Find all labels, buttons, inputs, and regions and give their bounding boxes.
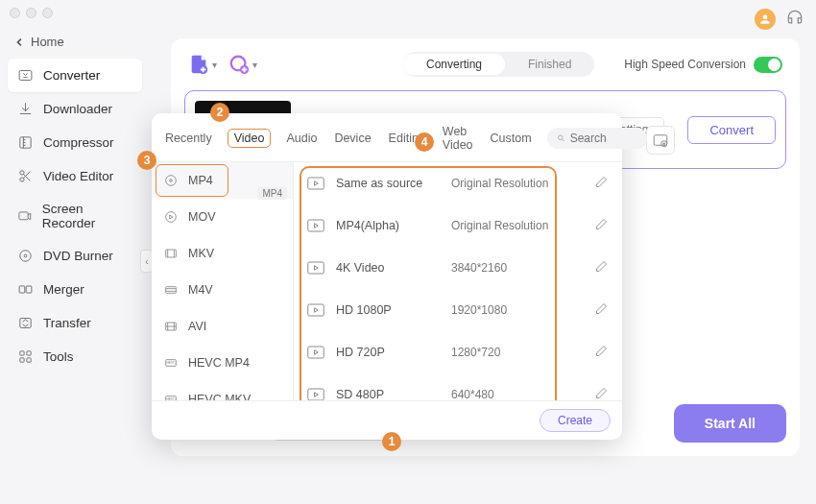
format-list: MP4 MP4 MOV MKV M4V AVI HEVC	[152, 162, 294, 400]
svg-rect-11	[27, 351, 31, 355]
preset-item[interactable]: 4K Video 3840*2160	[294, 247, 622, 289]
sidebar-item-dvd-burner[interactable]: DVD Burner	[8, 239, 142, 273]
format-item-m4v[interactable]: M4V	[152, 272, 293, 308]
format-label: MOV	[188, 210, 215, 224]
svg-point-22	[166, 176, 177, 186]
video-icon	[307, 177, 324, 190]
svg-rect-7	[19, 286, 25, 293]
edit-preset-icon[interactable]	[594, 386, 609, 400]
step-bubble-1: 1	[382, 432, 401, 451]
svg-rect-26	[166, 287, 177, 294]
popup-tab-custom[interactable]: Custom	[489, 130, 534, 147]
preset-name: 4K Video	[336, 261, 451, 275]
add-url-button[interactable]: ▾	[228, 54, 257, 75]
edit-preset-icon[interactable]	[594, 344, 609, 361]
preset-item[interactable]: HD 1080P 1920*1080	[294, 289, 622, 331]
svg-point-6	[24, 254, 27, 257]
edit-preset-icon[interactable]	[594, 301, 609, 319]
preset-resolution: 1280*720	[451, 346, 500, 359]
step-bubble-2: 2	[210, 103, 229, 122]
status-segment: Converting Finished	[403, 52, 594, 77]
search-box[interactable]	[547, 128, 647, 149]
format-label: HEVC MKV	[188, 393, 251, 400]
sidebar-item-label: Merger	[43, 282, 84, 297]
format-popup: Recently Video Audio Device Editing Web …	[152, 113, 622, 440]
popup-tab-device[interactable]: Device	[332, 130, 372, 147]
format-item-hevc-mkv[interactable]: HEVC HEVC MKV	[152, 381, 293, 400]
close-dot[interactable]	[10, 8, 20, 18]
preset-resolution: 3840*2160	[451, 261, 507, 275]
preset-name: HD 1080P	[336, 303, 451, 317]
tab-finished[interactable]: Finished	[505, 54, 594, 75]
search-icon	[557, 132, 565, 144]
step-bubble-4: 4	[415, 132, 434, 152]
home-link[interactable]: Home	[8, 29, 142, 55]
format-label: MKV	[188, 247, 214, 260]
sidebar-item-compressor[interactable]: Compressor	[8, 126, 142, 159]
sidebar-item-label: Video Editor	[43, 169, 113, 183]
svg-rect-4	[19, 211, 28, 219]
tab-converting[interactable]: Converting	[403, 54, 505, 75]
sidebar-item-label: Converter	[43, 68, 100, 83]
edit-preset-icon[interactable]	[594, 175, 609, 192]
sidebar-item-label: DVD Burner	[43, 249, 113, 263]
preset-item[interactable]: HD 720P 1280*720	[294, 331, 622, 373]
sidebar-item-video-editor[interactable]: Video Editor	[8, 159, 142, 193]
sidebar-item-merger[interactable]: Merger	[8, 273, 142, 306]
preset-resolution: 1920*1080	[451, 303, 507, 317]
sidebar-item-transfer[interactable]: Transfer	[8, 306, 142, 340]
preset-name: MP4(Alpha)	[336, 219, 451, 232]
preset-item[interactable]: Same as source Original Resolution	[294, 162, 622, 204]
preset-resolution: 640*480	[451, 388, 494, 400]
convert-button[interactable]: Convert	[687, 116, 776, 144]
svg-point-23	[170, 180, 173, 182]
preset-name: Same as source	[336, 177, 451, 190]
sidebar-item-downloader[interactable]: Downloader	[8, 92, 142, 126]
support-icon[interactable]	[785, 8, 804, 31]
minimize-dot[interactable]	[26, 8, 36, 18]
format-label: AVI	[188, 320, 206, 333]
sidebar-item-tools[interactable]: Tools	[8, 340, 142, 373]
avatar[interactable]	[755, 9, 776, 30]
format-item-mov[interactable]: MOV	[152, 199, 293, 235]
chevron-down-icon: ▾	[252, 60, 257, 70]
preset-name: SD 480P	[336, 388, 451, 400]
hsc-label: High Speed Conversion	[624, 58, 746, 71]
video-icon	[307, 261, 324, 275]
svg-rect-12	[20, 358, 24, 362]
create-button[interactable]: Create	[540, 409, 611, 432]
preset-item[interactable]: MP4(Alpha) Original Resolution	[294, 204, 622, 247]
search-input[interactable]	[570, 132, 637, 145]
popup-tab-web-video[interactable]: Web Video	[441, 123, 475, 154]
format-label: HEVC MP4	[188, 356, 250, 370]
preset-resolution: Original Resolution	[451, 219, 548, 232]
svg-rect-34	[308, 262, 324, 274]
hsc-toggle[interactable]	[754, 57, 782, 73]
preset-item[interactable]: SD 480P 640*480	[294, 373, 622, 400]
sidebar-item-screen-recorder[interactable]: Screen Recorder	[8, 193, 142, 239]
edit-preset-icon[interactable]	[594, 217, 609, 234]
format-item-mkv[interactable]: MKV	[152, 235, 293, 272]
format-item-avi[interactable]: AVI	[152, 308, 293, 345]
sidebar-item-label: Downloader	[43, 102, 112, 116]
format-item-hevc-mp4[interactable]: HEVC HEVC MP4	[152, 345, 293, 381]
sidebar-item-label: Transfer	[43, 316, 91, 330]
format-label: M4V	[188, 283, 213, 297]
popup-tab-audio[interactable]: Audio	[284, 130, 319, 147]
sidebar-item-label: Compressor	[43, 135, 114, 150]
popup-tab-recently[interactable]: Recently	[163, 130, 214, 147]
window-controls	[10, 8, 53, 18]
sidebar-item-converter[interactable]: Converter	[8, 59, 142, 92]
preset-name: HD 720P	[336, 346, 451, 359]
preset-resolution: Original Resolution	[451, 177, 548, 190]
maximize-dot[interactable]	[42, 8, 53, 18]
video-icon	[307, 388, 324, 400]
start-all-button[interactable]: Start All	[674, 404, 786, 443]
output-preset-icon[interactable]	[646, 126, 675, 155]
home-label: Home	[31, 35, 64, 49]
svg-text:HEVC: HEVC	[166, 361, 176, 365]
popup-tab-video[interactable]: Video	[228, 129, 272, 148]
add-file-button[interactable]: ▾	[188, 54, 217, 75]
edit-preset-icon[interactable]	[594, 259, 609, 276]
svg-rect-37	[308, 389, 324, 400]
